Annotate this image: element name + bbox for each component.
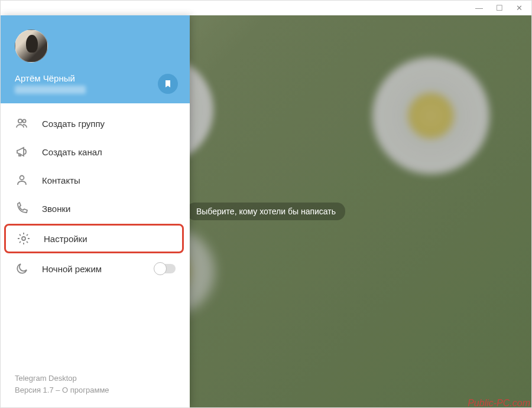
user-name: Артём Чёрный [15, 73, 86, 83]
app-name-label: Telegram Desktop [15, 373, 176, 384]
drawer-footer: Telegram Desktop Версия 1.7 – О программ… [1, 364, 190, 407]
user-phone [15, 86, 86, 94]
content-area: Выберите, кому хотели бы написать Артём … [1, 15, 531, 407]
phone-icon [15, 201, 29, 216]
menu-label: Ночной режим [42, 264, 102, 274]
moon-icon [15, 262, 29, 276]
watermark: Public-PC.com [468, 398, 530, 408]
menu-label: Создать группу [42, 119, 105, 129]
drawer-header: Артём Чёрный [1, 15, 190, 103]
menu-label: Настройки [44, 234, 87, 244]
empty-chat-hint: Выберите, кому хотели бы написать [187, 203, 345, 220]
minimize-button[interactable]: — [475, 4, 483, 12]
app-window: — ☐ ✕ Выберите, кому хотели бы написать … [0, 0, 532, 408]
menu-item-new-channel[interactable]: Создать канал [1, 138, 190, 166]
svg-point-1 [22, 119, 25, 122]
menu-item-new-group[interactable]: Создать группу [1, 109, 190, 138]
menu-list: Создать группу Создать канал Контакты Зв… [1, 103, 190, 364]
titlebar: — ☐ ✕ [1, 1, 531, 15]
group-icon [15, 116, 29, 130]
bookmark-icon [163, 79, 173, 89]
svg-point-3 [22, 237, 25, 240]
menu-item-contacts[interactable]: Контакты [1, 166, 190, 194]
svg-point-2 [20, 176, 24, 180]
svg-point-0 [18, 119, 22, 123]
menu-item-settings[interactable]: Настройки [4, 224, 184, 253]
contacts-icon [15, 173, 29, 187]
close-button[interactable]: ✕ [516, 4, 523, 12]
avatar[interactable] [15, 30, 48, 63]
menu-label: Создать канал [42, 147, 102, 157]
main-menu-drawer: Артём Чёрный Создать группу Создать кана… [1, 15, 190, 407]
megaphone-icon [15, 145, 29, 159]
maximize-button[interactable]: ☐ [496, 4, 503, 12]
menu-label: Контакты [42, 175, 80, 185]
version-about-link[interactable]: Версия 1.7 – О программе [15, 384, 176, 396]
saved-messages-button[interactable] [158, 74, 178, 94]
menu-item-calls[interactable]: Звонки [1, 194, 190, 223]
menu-item-night-mode[interactable]: Ночной режим [1, 254, 190, 283]
night-mode-toggle[interactable] [154, 264, 176, 273]
menu-label: Звонки [42, 204, 70, 214]
gear-icon [17, 231, 31, 246]
